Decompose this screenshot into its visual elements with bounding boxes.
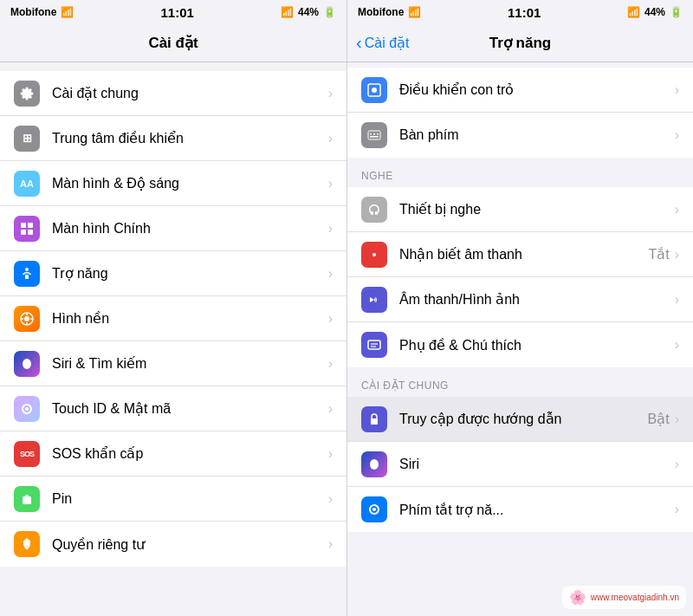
- right-battery-icon: 🔋: [670, 6, 683, 18]
- back-button[interactable]: ‹ Cài đặt: [356, 35, 409, 51]
- svg-point-7: [24, 316, 29, 321]
- right-nav-header: ‹ Cài đặt Trợ năng: [347, 24, 693, 62]
- nhan-biet-am-thanh-label: Nhận biết âm thanh: [399, 246, 648, 263]
- svg-point-28: [369, 504, 379, 515]
- quyen-rieng-tu-label: Quyền riêng tư: [52, 536, 328, 553]
- sidebar-item-touch-id[interactable]: Touch ID & Mật mã ›: [0, 386, 346, 431]
- left-status-left: Mobifone 📶: [10, 6, 74, 18]
- truy-cap-chevron: ›: [675, 412, 679, 427]
- sidebar-item-hinh-nen[interactable]: Hình nền ›: [0, 296, 346, 341]
- tro-nang-chevron: ›: [328, 266, 333, 282]
- right-carrier: Mobifone: [358, 6, 404, 18]
- trung-tam-icon: ⊞: [14, 126, 40, 152]
- sidebar-item-sos[interactable]: SOS SOS khẩn cấp ›: [0, 431, 346, 477]
- right-panel: Mobifone 📶 11:01 📶 44% 🔋 ‹ Cài đặt Trợ n…: [346, 0, 693, 616]
- right-status-left: Mobifone 📶: [358, 6, 421, 18]
- truy-cap-label: Truy cập được hướng dẫn: [399, 411, 648, 427]
- svg-rect-4: [28, 230, 33, 235]
- sidebar-item-pin[interactable]: Pin ›: [0, 477, 346, 522]
- hinh-nen-icon: [14, 306, 40, 332]
- man-hinh-chinh-icon: [14, 216, 40, 242]
- sidebar-item-quyen-rieng-tu[interactable]: Quyền riêng tư ›: [0, 522, 346, 567]
- trung-tam-label: Trung tâm điều khiển: [52, 130, 328, 146]
- right-wifi-icon: 📶: [408, 6, 421, 18]
- right-item-phu-de-chu-thich[interactable]: Phụ đề & Chú thích ›: [347, 322, 693, 367]
- siri-chevron: ›: [328, 356, 333, 372]
- right-item-am-thanh-hinh-anh[interactable]: Âm thanh/Hình ảnh ›: [347, 277, 693, 322]
- siri-right-chevron: ›: [675, 457, 679, 472]
- right-chung-card: Truy cập được hướng dẫn Bật › Siri ›: [347, 397, 693, 532]
- man-hinh-do-sang-chevron: ›: [328, 176, 333, 191]
- right-item-nhan-biet-am-thanh[interactable]: Nhận biết âm thanh Tắt ›: [347, 232, 693, 277]
- man-hinh-do-sang-icon: AA: [14, 171, 40, 197]
- am-thanh-hinh-anh-icon: [361, 287, 387, 313]
- right-header-title: Trợ năng: [489, 34, 551, 52]
- watermark-url: www.meovatgiadinh.vn: [591, 593, 679, 602]
- nhan-biet-am-thanh-chevron: ›: [675, 247, 679, 263]
- svg-rect-20: [377, 133, 379, 135]
- phu-de-chu-thich-label: Phụ đề & Chú thích: [399, 337, 675, 353]
- right-item-truy-cap[interactable]: Truy cập được hướng dẫn Bật ›: [347, 397, 693, 442]
- am-thanh-hinh-anh-chevron: ›: [675, 292, 679, 308]
- right-signal-icon: 📶: [627, 6, 640, 18]
- quyen-rieng-tu-icon: [14, 531, 40, 557]
- siri-right-label: Siri: [399, 457, 675, 472]
- left-battery: 44%: [298, 6, 319, 18]
- pin-label: Pin: [52, 491, 328, 507]
- phu-de-chu-thich-icon: [361, 332, 387, 358]
- tro-nang-icon: [14, 261, 40, 287]
- sidebar-item-man-hinh-chinh[interactable]: Màn hình Chính ›: [0, 206, 346, 251]
- siri-icon: [14, 351, 40, 377]
- touch-id-chevron: ›: [328, 401, 333, 417]
- quyen-rieng-tu-chevron: ›: [328, 536, 333, 552]
- svg-rect-1: [21, 223, 26, 228]
- am-thanh-hinh-anh-label: Âm thanh/Hình ảnh: [399, 291, 675, 308]
- sidebar-item-tro-nang[interactable]: Trợ năng ›: [0, 251, 346, 296]
- left-wifi-icon: 📶: [61, 6, 74, 18]
- svg-rect-2: [28, 223, 33, 228]
- cai-dat-chung-chevron: ›: [328, 86, 333, 101]
- sos-label: SOS khẩn cấp: [52, 445, 328, 462]
- tro-nang-label: Trợ năng: [52, 265, 328, 282]
- svg-rect-14: [25, 495, 29, 498]
- ban-phim-chevron: ›: [675, 127, 679, 143]
- right-status-right: 📶 44% 🔋: [627, 6, 683, 18]
- watermark-logo: 🌸: [569, 589, 586, 606]
- svg-rect-19: [373, 133, 375, 135]
- thiet-bi-nghe-icon: [361, 197, 387, 223]
- sidebar-item-siri[interactable]: Siri & Tìm kiếm ›: [0, 341, 346, 386]
- sos-chevron: ›: [328, 446, 333, 462]
- left-settings-card: Cài đặt chung › ⊞ Trung tâm điều khiển ›…: [0, 71, 346, 567]
- left-status-right: 📶 44% 🔋: [281, 6, 336, 18]
- right-item-siri[interactable]: Siri ›: [347, 442, 693, 487]
- truy-cap-value: Bật: [648, 411, 670, 427]
- section-label-nghe: NGHE: [347, 158, 693, 187]
- touch-id-icon: [14, 396, 40, 422]
- man-hinh-chinh-chevron: ›: [328, 221, 333, 237]
- right-settings-list: Điều khiển con trỏ › Bàn phím › NGH: [347, 62, 693, 616]
- sidebar-item-man-hinh-do-sang[interactable]: AA Màn hình & Độ sáng ›: [0, 161, 346, 206]
- left-signal-icon: 📶: [281, 6, 294, 18]
- siri-label: Siri & Tìm kiếm: [52, 355, 328, 372]
- ban-phim-label: Bàn phím: [399, 127, 675, 143]
- right-item-dieu-khien-con-tro[interactable]: Điều khiển con trỏ ›: [347, 68, 693, 113]
- right-item-thiet-bi-nghe[interactable]: Thiết bị nghe ›: [347, 187, 693, 232]
- nhan-biet-am-thanh-value: Tắt: [648, 246, 669, 263]
- back-label: Cài đặt: [365, 35, 410, 51]
- dieu-khien-con-tro-label: Điều khiển con trỏ: [399, 81, 675, 98]
- truy-cap-icon: [361, 406, 387, 432]
- left-panel: Mobifone 📶 11:01 📶 44% 🔋 Cài đặt: [0, 0, 346, 616]
- sidebar-item-cai-dat-chung[interactable]: Cài đặt chung ›: [0, 71, 346, 116]
- svg-rect-17: [368, 131, 380, 139]
- svg-point-12: [23, 359, 31, 369]
- svg-point-16: [372, 88, 377, 93]
- siri-right-icon: [361, 451, 387, 477]
- right-item-phim-tat[interactable]: Phím tắt trợ nă... ›: [347, 487, 693, 532]
- ban-phim-icon: [361, 122, 387, 148]
- right-status-bar: Mobifone 📶 11:01 📶 44% 🔋: [347, 0, 693, 24]
- man-hinh-do-sang-label: Màn hình & Độ sáng: [52, 175, 328, 191]
- dieu-khien-con-tro-chevron: ›: [675, 82, 679, 98]
- sidebar-item-trung-tam[interactable]: ⊞ Trung tâm điều khiển ›: [0, 116, 346, 161]
- right-item-ban-phim[interactable]: Bàn phím ›: [347, 113, 693, 158]
- right-nghe-card: Thiết bị nghe › Nhận biết âm thanh Tắt ›: [347, 187, 693, 367]
